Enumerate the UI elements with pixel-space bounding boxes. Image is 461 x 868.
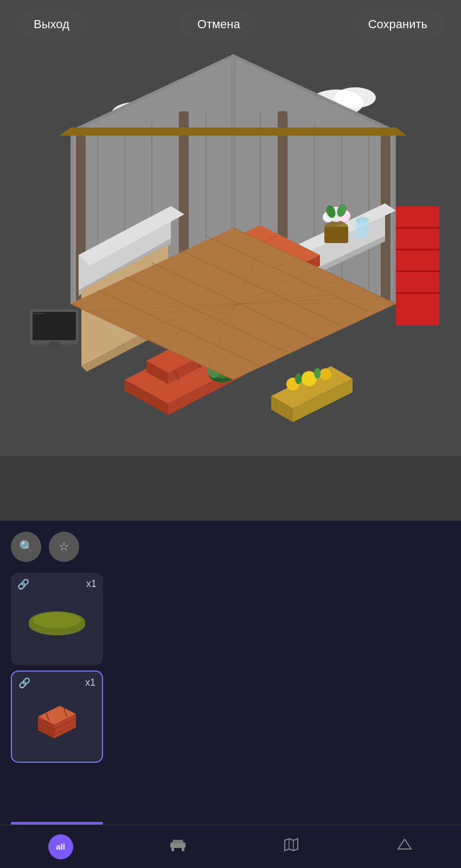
inventory-grid: 🔗 x1 🔗 x1 bbox=[0, 567, 461, 825]
search-icon: 🔍 bbox=[19, 540, 34, 554]
nav-all-button[interactable]: all bbox=[48, 834, 73, 859]
nav-shape-button[interactable] bbox=[396, 837, 413, 856]
star-icon: ☆ bbox=[59, 540, 69, 554]
svg-point-90 bbox=[319, 368, 331, 380]
nav-map-button[interactable] bbox=[283, 837, 300, 856]
furniture-icon bbox=[169, 837, 187, 856]
room-scene bbox=[16, 43, 445, 439]
plate-icon bbox=[24, 597, 89, 641]
svg-rect-56 bbox=[356, 220, 369, 238]
cancel-button[interactable]: Отмена bbox=[180, 11, 258, 38]
save-button[interactable]: Сохранить bbox=[351, 11, 445, 38]
favorites-button[interactable]: ☆ bbox=[49, 532, 79, 562]
search-button[interactable]: 🔍 bbox=[11, 532, 41, 562]
map-icon bbox=[283, 837, 300, 856]
svg-marker-131 bbox=[398, 839, 411, 849]
inventory-toolbar: 🔍 ☆ bbox=[0, 521, 461, 567]
svg-rect-128 bbox=[172, 840, 183, 844]
svg-rect-126 bbox=[171, 848, 174, 851]
svg-rect-127 bbox=[182, 848, 184, 851]
nav-furniture-button[interactable] bbox=[169, 837, 187, 856]
inventory-item-brick[interactable]: 🔗 x1 bbox=[11, 671, 103, 763]
svg-point-92 bbox=[314, 368, 321, 379]
svg-rect-35 bbox=[396, 206, 439, 326]
inventory-panel: 🔍 ☆ 🔗 x1 🔗 x1 bbox=[0, 521, 461, 825]
inventory-item-plate[interactable]: 🔗 x1 bbox=[11, 573, 103, 665]
item-count2: x1 bbox=[85, 677, 95, 688]
svg-point-115 bbox=[33, 612, 81, 628]
svg-point-91 bbox=[295, 373, 302, 384]
item-count: x1 bbox=[86, 578, 97, 590]
exit-button[interactable]: Выход bbox=[16, 11, 87, 38]
game-area: Выход Отмена Сохранить bbox=[0, 0, 461, 456]
nav-all-label: all bbox=[56, 842, 65, 851]
svg-rect-58 bbox=[33, 312, 76, 340]
top-bar: Выход Отмена Сохранить bbox=[0, 11, 461, 38]
shape-icon bbox=[396, 837, 413, 856]
svg-rect-60 bbox=[49, 342, 60, 346]
item-link-icon2: 🔗 bbox=[18, 677, 30, 689]
svg-rect-49 bbox=[324, 227, 348, 243]
item-link-icon: 🔗 bbox=[17, 578, 29, 590]
svg-marker-34 bbox=[60, 127, 407, 136]
bottom-nav: all bbox=[0, 825, 461, 868]
brick-block-icon bbox=[22, 687, 92, 746]
